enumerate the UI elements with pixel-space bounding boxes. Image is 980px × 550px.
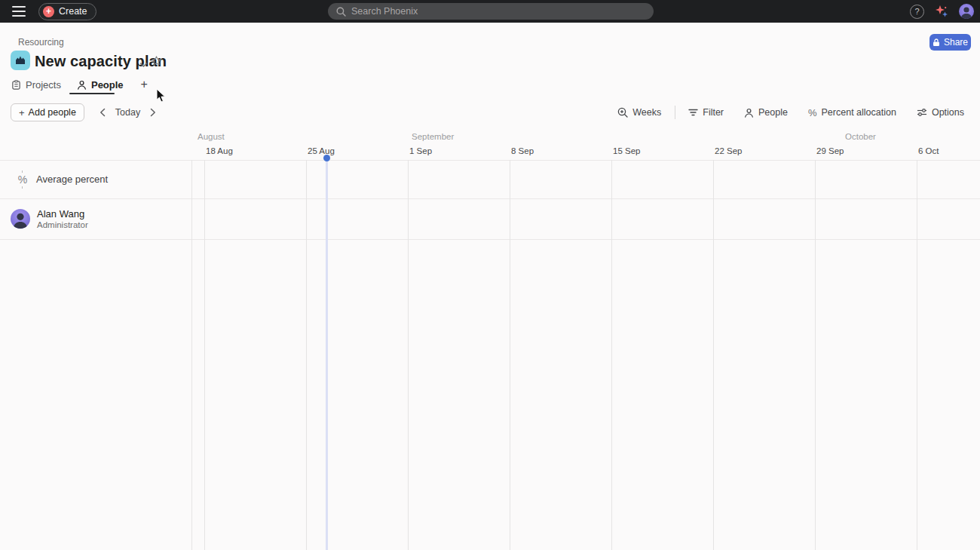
filter-icon bbox=[688, 108, 698, 117]
ai-sparkle-icon[interactable] bbox=[934, 4, 949, 19]
person-meta: Alan Wang Administrator bbox=[37, 208, 88, 229]
week-label: 29 Sep bbox=[816, 146, 844, 155]
zoom-magnifier-icon bbox=[617, 107, 628, 118]
options-button[interactable]: Options bbox=[917, 107, 964, 118]
plus-icon: + bbox=[43, 6, 54, 17]
topbar: + Create Search Phoenix ? bbox=[0, 0, 980, 23]
percent-allocation-button[interactable]: % Percent allocation bbox=[808, 107, 896, 118]
week-label: 8 Sep bbox=[511, 146, 534, 155]
person-icon bbox=[77, 80, 87, 90]
group-by-people-button[interactable]: People bbox=[744, 107, 788, 118]
avatar-silhouette-icon bbox=[11, 209, 30, 229]
week-gridline bbox=[204, 160, 205, 550]
avatar-silhouette-icon bbox=[959, 4, 974, 19]
week-gridline bbox=[917, 160, 917, 550]
week-gridline bbox=[815, 160, 816, 550]
timeline-prev-button[interactable] bbox=[94, 104, 111, 121]
capacity-plan-page: Resourcing New capacity plan Share Proje… bbox=[0, 23, 980, 550]
week-gridline bbox=[611, 160, 612, 550]
person-avatar[interactable] bbox=[11, 209, 30, 229]
filter-label: Filter bbox=[703, 107, 724, 118]
percent-icon: % bbox=[808, 107, 817, 118]
mountain-chart-icon bbox=[14, 54, 26, 66]
favorite-star-icon[interactable] bbox=[151, 55, 162, 69]
breadcrumb[interactable]: Resourcing bbox=[18, 37, 64, 48]
week-label: 25 Aug bbox=[308, 146, 335, 155]
month-label: October bbox=[845, 132, 876, 141]
tab-bar: Projects People + bbox=[11, 76, 148, 93]
clipboard-icon bbox=[11, 80, 21, 90]
today-button[interactable]: Today bbox=[115, 107, 140, 118]
sliders-icon bbox=[917, 108, 927, 117]
tab-projects-label: Projects bbox=[26, 79, 61, 91]
help-button[interactable]: ? bbox=[910, 5, 924, 19]
help-icon: ? bbox=[914, 7, 919, 16]
person-role: Administrator bbox=[37, 220, 88, 229]
hamburger-menu-icon[interactable] bbox=[12, 6, 26, 17]
week-gridline bbox=[713, 160, 714, 550]
search-icon bbox=[336, 7, 346, 17]
toolbar-right: Weeks Filter People % Percent allocation… bbox=[617, 103, 964, 121]
week-gridline bbox=[408, 160, 409, 550]
tab-people[interactable]: People bbox=[77, 79, 124, 91]
today-marker-dot[interactable] bbox=[323, 155, 330, 161]
filter-button[interactable]: Filter bbox=[688, 107, 724, 118]
toolbar-divider bbox=[675, 106, 675, 119]
capacity-plan-icon[interactable] bbox=[11, 51, 30, 70]
name-column-divider bbox=[191, 160, 192, 550]
week-label: 22 Sep bbox=[715, 146, 742, 155]
week-label: 18 Aug bbox=[206, 146, 233, 155]
search-placeholder: Search Phoenix bbox=[351, 6, 418, 17]
person-icon bbox=[744, 108, 754, 118]
expand-row-chevron-icon[interactable] bbox=[2, 214, 9, 223]
create-button-label: Create bbox=[59, 6, 87, 17]
active-tab-underline bbox=[69, 93, 115, 94]
options-label: Options bbox=[932, 107, 964, 118]
zoom-level-label: Weeks bbox=[632, 107, 661, 118]
week-gridline bbox=[510, 160, 510, 550]
toolbar-left: + Add people Today bbox=[11, 103, 161, 121]
chevron-left-icon bbox=[100, 108, 106, 117]
user-avatar[interactable] bbox=[959, 4, 974, 19]
share-button[interactable]: Share bbox=[929, 34, 971, 51]
person-name: Alan Wang bbox=[37, 208, 88, 220]
chevron-right-icon bbox=[150, 108, 156, 117]
week-gridline bbox=[306, 160, 307, 550]
zoom-level-button[interactable]: Weeks bbox=[617, 107, 661, 118]
create-button[interactable]: + Create bbox=[38, 3, 96, 20]
tab-projects[interactable]: Projects bbox=[11, 79, 61, 91]
month-label: September bbox=[412, 132, 454, 141]
add-people-button[interactable]: + Add people bbox=[11, 103, 84, 121]
average-percent-row[interactable]: % Average percent bbox=[0, 160, 191, 198]
share-button-label: Share bbox=[944, 37, 968, 48]
add-people-label: Add people bbox=[29, 107, 76, 118]
percent-allocation-label: Percent allocation bbox=[822, 107, 896, 118]
group-by-label: People bbox=[758, 107, 788, 118]
week-label: 15 Sep bbox=[613, 146, 640, 155]
search-input[interactable]: Search Phoenix bbox=[328, 3, 654, 20]
plus-icon: + bbox=[19, 107, 25, 118]
row-divider bbox=[0, 239, 980, 240]
timeline-next-button[interactable] bbox=[145, 104, 161, 121]
chevron-down-icon[interactable] bbox=[139, 57, 148, 71]
person-row[interactable]: Alan Wang Administrator bbox=[0, 198, 191, 239]
tab-people-label: People bbox=[91, 79, 124, 91]
week-label: 1 Sep bbox=[409, 146, 432, 155]
topbar-right: ? bbox=[910, 0, 974, 23]
average-percent-label: Average percent bbox=[36, 174, 108, 185]
lock-icon bbox=[933, 38, 940, 47]
month-label: August bbox=[198, 132, 225, 141]
average-percent-icon: % bbox=[16, 171, 29, 189]
add-tab-button[interactable]: + bbox=[139, 78, 148, 91]
today-marker-line bbox=[326, 160, 328, 550]
week-label: 6 Oct bbox=[918, 146, 939, 155]
